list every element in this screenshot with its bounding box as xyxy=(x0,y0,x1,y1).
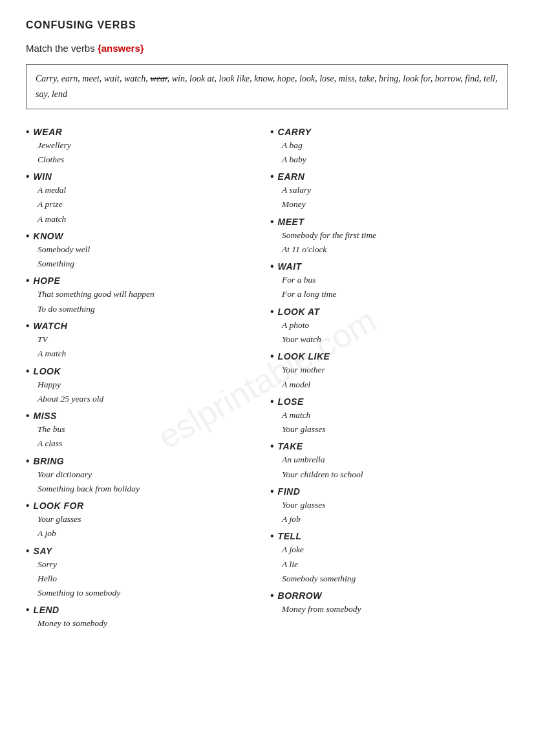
verb-label: KNOW xyxy=(34,231,63,241)
list-item: A job xyxy=(282,512,508,526)
verb-section: •LOOK FORYour glassesA job xyxy=(26,500,264,541)
verb-items-list: Somebody wellSomething xyxy=(26,243,264,272)
bullet-point: • xyxy=(26,545,30,557)
list-item: A lie xyxy=(282,557,508,572)
verb-items-list: That something good will happenTo do som… xyxy=(26,287,264,316)
bullet-point: • xyxy=(270,351,274,362)
list-item: Somebody for the first time xyxy=(282,228,508,243)
verb-section: •LENDMoney to somebody xyxy=(26,604,264,631)
verb-section: •WINA medalA prizeA match xyxy=(26,171,264,226)
list-item: A match xyxy=(37,347,264,361)
verb-label: WATCH xyxy=(34,321,68,331)
page-title: CONFUSING VERBS xyxy=(26,19,508,31)
verb-section: •WEARJewelleryClothes xyxy=(26,126,264,167)
verb-label: HOPE xyxy=(34,275,61,286)
verb-section: •LOOK LIKEYour motherA model xyxy=(270,351,508,392)
verb-header: •WAIT xyxy=(270,261,508,272)
verb-header: •TAKE xyxy=(270,440,508,452)
list-item: Something xyxy=(37,257,264,271)
verb-label: BORROW xyxy=(278,590,322,601)
bullet-point: • xyxy=(26,365,30,377)
verb-section: •MISSThe busA class xyxy=(26,410,264,451)
list-item: Sorry xyxy=(37,557,264,572)
verb-label: BRING xyxy=(34,456,65,466)
verb-label: WAIT xyxy=(278,261,302,272)
verb-section: •EARNA salaryMoney xyxy=(270,171,508,212)
word-box: Carry, earn, meet, wait, watch, wear, wi… xyxy=(26,64,508,109)
bullet-point: • xyxy=(270,486,274,497)
verb-label: LOOK FOR xyxy=(34,501,84,511)
list-item: A model xyxy=(282,378,508,392)
list-item: A medal xyxy=(37,183,264,197)
bullet-point: • xyxy=(26,275,30,286)
verb-items-list: Your dictionarySomething back from holid… xyxy=(26,468,264,497)
list-item: For a bus xyxy=(282,273,508,287)
list-item: A photo xyxy=(282,318,508,332)
bullet-point: • xyxy=(26,230,30,242)
left-column: •WEARJewelleryClothes•WINA medalA prizeA… xyxy=(26,122,270,634)
verb-section: •CARRYA bagA baby xyxy=(270,126,508,167)
bullet-point: • xyxy=(26,126,30,138)
verb-label: SAY xyxy=(34,546,52,556)
verb-items-list: HappyAbout 25 years old xyxy=(26,378,264,407)
verb-header: •KNOW xyxy=(26,230,264,242)
verb-header: •BRING xyxy=(26,455,264,467)
verb-label: MISS xyxy=(34,411,57,421)
bullet-point: • xyxy=(270,126,274,138)
verb-header: •LEND xyxy=(26,604,264,616)
list-item: A job xyxy=(37,526,264,541)
list-item: Something to somebody xyxy=(37,586,264,600)
verb-label: TAKE xyxy=(278,441,303,451)
verb-section: •MEETSomebody for the first timeAt 11 o'… xyxy=(270,216,508,257)
verb-section: •LOSEA matchYour glasses xyxy=(270,396,508,437)
bullet-point: • xyxy=(270,396,274,407)
verb-items-list: A photoYour watch xyxy=(270,318,508,347)
bullet-point: • xyxy=(26,410,30,422)
list-item: Jewellery xyxy=(37,138,264,153)
list-item: Money to somebody xyxy=(37,616,264,631)
verb-items-list: JewelleryClothes xyxy=(26,138,264,167)
list-item: A baby xyxy=(282,153,508,167)
list-item: A bag xyxy=(282,138,508,153)
list-item: An umbrella xyxy=(282,453,508,467)
verb-label: WIN xyxy=(34,171,52,182)
list-item: Somebody well xyxy=(37,243,264,257)
list-item: Money xyxy=(282,197,508,211)
verb-section: •WAITFor a busFor a long time xyxy=(270,261,508,302)
verb-label: FIND xyxy=(278,486,301,497)
verb-items-list: An umbrellaYour children to school xyxy=(270,453,508,482)
bullet-point: • xyxy=(26,171,30,182)
list-item: At 11 o'clock xyxy=(282,243,508,257)
verb-items-list: A matchYour glasses xyxy=(270,408,508,437)
list-item: Somebody something xyxy=(282,572,508,586)
verb-header: •HOPE xyxy=(26,275,264,286)
list-item: Your mother xyxy=(282,363,508,377)
bullet-point: • xyxy=(26,320,30,332)
verb-items-list: Your glassesA job xyxy=(270,498,508,527)
verb-header: •WEAR xyxy=(26,126,264,138)
bullet-point: • xyxy=(270,306,274,318)
verb-label: LOOK xyxy=(34,366,61,376)
verb-header: •CARRY xyxy=(270,126,508,138)
subtitle: Match the verbs {answers} xyxy=(26,43,508,54)
verb-label: LOOK LIKE xyxy=(278,351,330,362)
verb-header: •LOOK FOR xyxy=(26,500,264,512)
verb-items-list: Your glassesA job xyxy=(26,512,264,541)
verb-items-list: A medalA prizeA match xyxy=(26,183,264,226)
list-item: For a long time xyxy=(282,287,508,301)
verb-section: •WATCHTVA match xyxy=(26,320,264,362)
verb-items-list: A jokeA lieSomebody something xyxy=(270,543,508,586)
list-item: Your watch xyxy=(282,332,508,347)
verb-header: •SAY xyxy=(26,545,264,557)
verb-section: •SAYSorryHelloSomething to somebody xyxy=(26,545,264,601)
list-item: Your dictionary xyxy=(37,468,264,482)
verb-header: •LOOK xyxy=(26,365,264,377)
bullet-point: • xyxy=(270,216,274,228)
verb-items-list: SorryHelloSomething to somebody xyxy=(26,557,264,601)
list-item: Hello xyxy=(37,572,264,586)
verb-section: •LOOKHappyAbout 25 years old xyxy=(26,365,264,407)
list-item: Your glasses xyxy=(282,498,508,512)
verb-section: •LOOK ATA photoYour watch xyxy=(270,306,508,347)
verb-header: •WIN xyxy=(26,171,264,182)
verb-items-list: TVA match xyxy=(26,332,264,362)
